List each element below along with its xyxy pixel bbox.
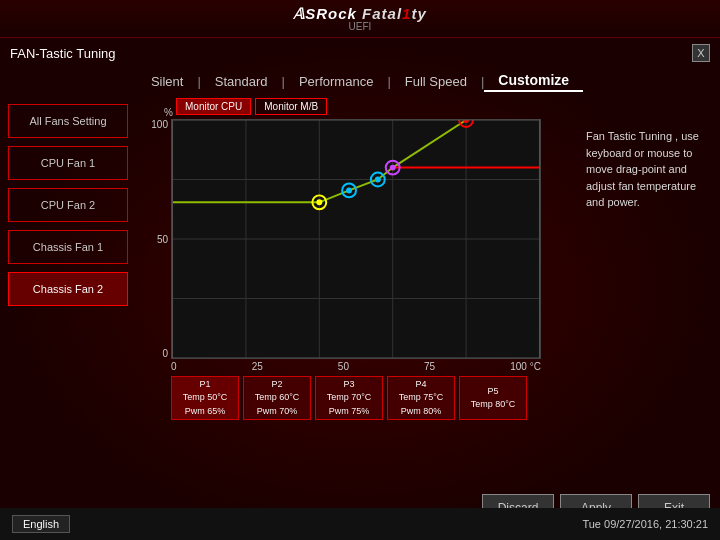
- window-title: FAN-Tastic Tuning: [10, 46, 116, 61]
- body-layout: All Fans Setting CPU Fan 1 CPU Fan 2 Cha…: [0, 98, 720, 488]
- tab-silent[interactable]: Silent: [137, 72, 198, 91]
- sidebar-btn-chassis-fan1[interactable]: Chassis Fan 1: [8, 230, 128, 264]
- sidebar-btn-chassis-fan2[interactable]: Chassis Fan 2: [8, 272, 128, 306]
- x-100-unit: 100 °C: [510, 361, 541, 372]
- info-text: Fan Tastic Tuning , use keyboard or mous…: [582, 98, 712, 488]
- y-0: 0: [162, 348, 168, 359]
- p5-label: P5: [487, 385, 498, 399]
- chart-area: Monitor CPU Monitor M/B % 100 50 0: [146, 98, 574, 488]
- point-p1[interactable]: P1 Temp 50°C Pwm 65%: [171, 376, 239, 420]
- p3-pwm: Pwm 75%: [329, 405, 370, 419]
- monitor-mb-button[interactable]: Monitor M/B: [255, 98, 327, 115]
- tab-customize[interactable]: Customize: [484, 70, 583, 92]
- x-25: 25: [252, 361, 263, 372]
- svg-point-15: [390, 165, 396, 171]
- x-0: 0: [171, 361, 177, 372]
- language-button[interactable]: English: [12, 515, 70, 533]
- sidebar-btn-cpu-fan2[interactable]: CPU Fan 2: [8, 188, 128, 222]
- svg-point-13: [375, 177, 381, 183]
- sidebar-btn-cpu-fan1[interactable]: CPU Fan 1: [8, 146, 128, 180]
- monitor-cpu-button[interactable]: Monitor CPU: [176, 98, 251, 115]
- bottom-bar: English Tue 09/27/2016, 21:30:21: [0, 508, 720, 540]
- x-axis: 0 25 50 75 100 °C: [146, 359, 541, 372]
- y-axis-label: %: [164, 107, 173, 118]
- sidebar: All Fans Setting CPU Fan 1 CPU Fan 2 Cha…: [8, 98, 138, 488]
- tab-fullspeed[interactable]: Full Speed: [391, 72, 481, 91]
- chart-svg: [172, 120, 540, 358]
- chart-canvas: [171, 119, 541, 359]
- point-labels: P1 Temp 50°C Pwm 65% P2 Temp 60°C Pwm 70…: [171, 376, 574, 420]
- p3-temp: Temp 70°C: [327, 391, 372, 405]
- p4-pwm: Pwm 80%: [401, 405, 442, 419]
- tab-performance[interactable]: Performance: [285, 72, 387, 91]
- p1-pwm: Pwm 65%: [185, 405, 226, 419]
- datetime: Tue 09/27/2016, 21:30:21: [582, 518, 708, 530]
- close-button[interactable]: X: [692, 44, 710, 62]
- point-p2[interactable]: P2 Temp 60°C Pwm 70%: [243, 376, 311, 420]
- svg-point-9: [316, 199, 322, 205]
- tab-bar: Silent | Standard | Performance | Full S…: [0, 62, 720, 98]
- x-50: 50: [338, 361, 349, 372]
- p4-label: P4: [415, 378, 426, 392]
- window-title-bar: FAN-Tastic Tuning X: [0, 38, 720, 62]
- svg-point-11: [346, 187, 352, 193]
- point-p4[interactable]: P4 Temp 75°C Pwm 80%: [387, 376, 455, 420]
- y-50: 50: [157, 234, 168, 245]
- point-p3[interactable]: P3 Temp 70°C Pwm 75%: [315, 376, 383, 420]
- monitor-buttons: Monitor CPU Monitor M/B: [176, 98, 574, 115]
- header-bar: 𝔸SRock Fatal1ty UEFI: [0, 0, 720, 38]
- p1-temp: Temp 50°C: [183, 391, 228, 405]
- tab-standard[interactable]: Standard: [201, 72, 282, 91]
- p5-temp: Temp 80°C: [471, 398, 516, 412]
- p2-pwm: Pwm 70%: [257, 405, 298, 419]
- p1-label: P1: [199, 378, 210, 392]
- p2-label: P2: [271, 378, 282, 392]
- sidebar-btn-all-fans[interactable]: All Fans Setting: [8, 104, 128, 138]
- point-p5[interactable]: P5 Temp 80°C: [459, 376, 527, 420]
- p3-label: P3: [343, 378, 354, 392]
- p2-temp: Temp 60°C: [255, 391, 300, 405]
- chart-wrapper: % 100 50 0: [146, 119, 574, 488]
- main-container: FAN-Tastic Tuning X Silent | Standard | …: [0, 38, 720, 540]
- x-75: 75: [424, 361, 435, 372]
- p4-temp: Temp 75°C: [399, 391, 444, 405]
- y-100: 100: [151, 119, 168, 130]
